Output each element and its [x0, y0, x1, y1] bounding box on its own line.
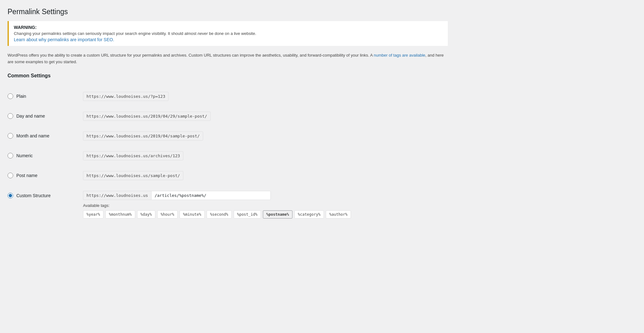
warning-link[interactable]: Learn about why permalinks are important… — [14, 37, 114, 42]
numeric-label[interactable]: Numeric — [16, 153, 33, 158]
tag-second[interactable]: %second% — [207, 210, 232, 219]
post-name-option-row: Post name https://www.loudnoises.us/samp… — [8, 166, 448, 186]
page-title: Permalink Settings — [8, 8, 448, 16]
tag-author[interactable]: %author% — [326, 210, 351, 219]
common-settings-section: Common Settings Plain https://www.loudno… — [8, 73, 448, 224]
day-and-name-label[interactable]: Day and name — [16, 114, 45, 119]
day-and-name-url: https://www.loudnoises.us/2019/04/29/sam… — [83, 112, 211, 121]
post-name-radio[interactable] — [8, 173, 13, 178]
post-name-label[interactable]: Post name — [16, 173, 37, 178]
plain-option-row: Plain https://www.loudnoises.us/?p=123 — [8, 86, 448, 107]
custom-structure-url-row: https://www.loudnoises.us — [83, 191, 448, 200]
tag-postname[interactable]: %postname% — [263, 210, 292, 219]
post-name-url: https://www.loudnoises.us/sample-post/ — [83, 171, 183, 180]
custom-structure-radio[interactable] — [8, 193, 13, 198]
tag-hour[interactable]: %hour% — [157, 210, 178, 219]
numeric-url: https://www.loudnoises.us/archives/123 — [83, 151, 183, 160]
intro-paragraph: WordPress offers you the ability to crea… — [8, 52, 448, 65]
tag-day[interactable]: %day% — [137, 210, 155, 219]
custom-structure-tags: Available tags: %year% %monthnum% %day% … — [83, 203, 448, 219]
tags-link[interactable]: number of tags are available — [374, 53, 425, 58]
month-and-name-url: https://www.loudnoises.us/2019/04/sample… — [83, 131, 203, 141]
common-settings-title: Common Settings — [8, 73, 448, 79]
tag-minute[interactable]: %minute% — [180, 210, 205, 219]
plain-radio[interactable] — [8, 93, 13, 99]
custom-url-prefix: https://www.loudnoises.us — [83, 191, 151, 200]
custom-url-input[interactable] — [151, 191, 271, 200]
custom-structure-option-row: Custom Structure https://www.loudnoises.… — [8, 186, 448, 224]
warning-text: Changing your permalinks settings can se… — [14, 31, 443, 36]
plain-url: https://www.loudnoises.us/?p=123 — [83, 92, 169, 101]
day-and-name-radio[interactable] — [8, 113, 13, 119]
numeric-radio[interactable] — [8, 153, 13, 158]
month-and-name-label[interactable]: Month and name — [16, 133, 49, 138]
month-and-name-radio[interactable] — [8, 133, 13, 139]
warning-title: WARNING: — [14, 25, 443, 30]
tag-year[interactable]: %year% — [83, 210, 103, 219]
warning-box: WARNING: Changing your permalinks settin… — [8, 21, 448, 46]
numeric-option-row: Numeric https://www.loudnoises.us/archiv… — [8, 146, 448, 166]
tags-container: %year% %monthnum% %day% %hour% %minute% … — [83, 210, 448, 219]
custom-structure-content: https://www.loudnoises.us Available tags… — [83, 191, 448, 219]
tag-category[interactable]: %category% — [294, 210, 324, 219]
day-and-name-option-row: Day and name https://www.loudnoises.us/2… — [8, 107, 448, 126]
tag-post_id[interactable]: %post_id% — [234, 210, 261, 219]
available-tags-label: Available tags: — [83, 203, 448, 208]
custom-structure-label[interactable]: Custom Structure — [16, 193, 51, 198]
plain-label[interactable]: Plain — [16, 94, 26, 99]
tag-monthnum[interactable]: %monthnum% — [105, 210, 135, 219]
month-and-name-option-row: Month and name https://www.loudnoises.us… — [8, 126, 448, 146]
